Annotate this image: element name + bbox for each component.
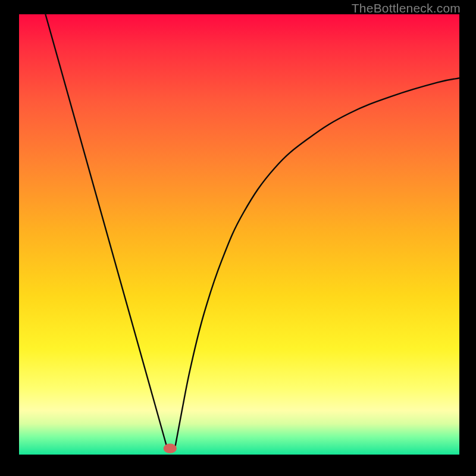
vertex-marker bbox=[164, 444, 177, 453]
watermark-text: TheBottleneck.com bbox=[352, 1, 461, 15]
curve-layer bbox=[19, 14, 459, 455]
chart-container: TheBottleneck.com bbox=[0, 0, 476, 476]
curve-path bbox=[45, 14, 459, 446]
